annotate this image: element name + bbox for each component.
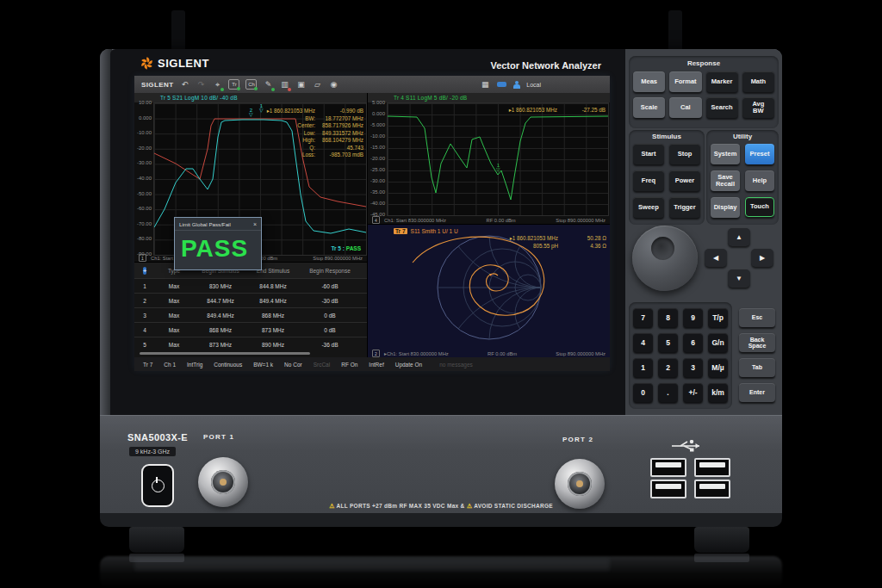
message-area: no messages bbox=[439, 362, 473, 368]
hw-button[interactable]: Save Recall bbox=[711, 170, 740, 191]
table-row[interactable]: 1Max830 MHz844.8 MHz-60 dB bbox=[134, 278, 367, 293]
hw-button[interactable]: Search bbox=[706, 97, 738, 118]
keypad-key[interactable]: +/- bbox=[683, 383, 703, 402]
status-item[interactable]: IntTrig bbox=[187, 362, 202, 368]
undo-icon[interactable]: ↶ bbox=[179, 79, 189, 90]
rotary-knob[interactable] bbox=[632, 226, 698, 291]
open-file-icon[interactable]: ▱ bbox=[312, 79, 322, 90]
keypad-key[interactable]: Esc bbox=[739, 308, 775, 327]
arrow-left-button[interactable]: ◀ bbox=[705, 249, 727, 267]
keypad-key[interactable]: 8 bbox=[658, 308, 678, 327]
hw-button[interactable]: Avg BW bbox=[742, 97, 774, 118]
calibration-pen-icon[interactable]: ✎ bbox=[263, 79, 273, 90]
usb-icon bbox=[668, 440, 705, 452]
status-item[interactable]: Continuous bbox=[214, 362, 242, 368]
stop-frequency-label[interactable]: Stop 890.000000 MHz bbox=[556, 218, 606, 223]
keypad-key[interactable]: 1 bbox=[633, 358, 653, 377]
status-item[interactable]: Update On bbox=[395, 362, 422, 368]
display-setup-icon[interactable]: ▦ bbox=[480, 79, 490, 90]
arrow-right-button[interactable]: ▶ bbox=[751, 249, 773, 267]
hw-button[interactable]: System bbox=[711, 144, 740, 164]
arrow-down-button[interactable]: ▼ bbox=[728, 269, 750, 288]
marker-1[interactable]: 1▽ bbox=[496, 164, 500, 172]
keypad-key[interactable]: . bbox=[658, 383, 678, 402]
keypad-key[interactable]: 5 bbox=[658, 333, 678, 352]
delete-trash-icon[interactable]: ▥ bbox=[279, 79, 289, 90]
keypad-key[interactable]: 4 bbox=[633, 333, 653, 352]
s11-chart-pane[interactable]: Tr 4 S11 LogM 5 dB/ -20 dB 5.0000.000-5.… bbox=[368, 93, 610, 224]
marker-1[interactable]: 1▽ bbox=[259, 104, 264, 113]
hw-button[interactable]: Power bbox=[669, 170, 700, 191]
status-item[interactable]: SrcCal bbox=[314, 362, 331, 368]
y-axis-label: -40.00 bbox=[370, 201, 385, 206]
table-row[interactable]: 4Max868 MHz873 MHz0 dB bbox=[134, 322, 367, 337]
close-icon[interactable]: × bbox=[253, 221, 257, 227]
local-mode-label[interactable]: Local bbox=[526, 82, 541, 88]
keypad-key[interactable]: 9 bbox=[683, 308, 703, 327]
hw-button[interactable]: Sweep bbox=[633, 197, 664, 218]
keypad-key[interactable]: 2 bbox=[658, 358, 678, 377]
keypad-key[interactable]: 7 bbox=[633, 308, 653, 327]
hw-button[interactable]: Format bbox=[669, 71, 701, 92]
marker-2[interactable]: 2▽ bbox=[249, 108, 253, 117]
arrow-up-button[interactable]: ▲ bbox=[728, 228, 750, 246]
touchscreen[interactable]: SIGLENT ↶ ↷ ⌖ Tr Ch ✎ ▥ ▣ ▱ ◉ ▦ Local bbox=[134, 76, 610, 370]
s21-trace-header[interactable]: Tr 5 S21 LogM 10 dB/ -40 dB bbox=[134, 93, 367, 102]
power-button[interactable] bbox=[141, 464, 174, 507]
keypad-key[interactable]: T/p bbox=[708, 308, 728, 327]
hw-button[interactable]: Scale bbox=[633, 97, 665, 118]
keypad-key[interactable]: Tab bbox=[739, 358, 775, 377]
smith-marker-readout: ▸1 860.821053 MHz50.28 Ω 805.55 pH4.36 Ω bbox=[510, 235, 606, 249]
stop-frequency-label[interactable]: Stop 890.000000 MHz bbox=[556, 351, 606, 356]
save-icon[interactable]: ▣ bbox=[295, 79, 306, 90]
keypad-key[interactable]: G/n bbox=[708, 333, 728, 352]
hw-button[interactable]: Marker bbox=[706, 71, 738, 92]
status-item[interactable]: Tr 7 bbox=[143, 362, 152, 368]
table-row[interactable]: 2Max844.7 MHz849.4 MHz-30 dB bbox=[134, 293, 367, 307]
s21-limit-result: Tr 5 : PASS bbox=[331, 245, 361, 251]
rf-power-label[interactable]: RF 0.00 dBm bbox=[488, 351, 517, 356]
keypad-key[interactable]: k/m bbox=[708, 383, 728, 402]
hw-button[interactable]: Start bbox=[633, 144, 664, 164]
hw-button[interactable]: Help bbox=[745, 170, 774, 191]
status-item[interactable]: No Cor bbox=[284, 362, 302, 368]
rf-power-label[interactable]: RF 0.00 dBm bbox=[487, 218, 516, 223]
hw-button[interactable]: Touch bbox=[745, 197, 774, 217]
start-frequency-label[interactable]: ▸Ch1: Start 830.000000 MHz bbox=[384, 351, 449, 356]
keypad-key[interactable]: 6 bbox=[683, 333, 703, 352]
hw-button[interactable]: Freq bbox=[633, 170, 664, 191]
channel-icon[interactable]: Ch bbox=[245, 79, 257, 90]
keypad-key[interactable]: 0 bbox=[633, 383, 653, 402]
keypad-key[interactable]: Back Space bbox=[739, 333, 775, 352]
screenshot-camera-icon[interactable]: ◉ bbox=[328, 79, 339, 90]
hw-button[interactable]: Stop bbox=[669, 144, 700, 164]
table-row[interactable]: 3Max849.4 MHz868 MHz0 dB bbox=[134, 307, 367, 322]
start-frequency-label[interactable]: Ch1: Start 830.000000 MHz bbox=[384, 218, 446, 223]
y-axis-label: -40.00 bbox=[137, 176, 152, 181]
keypad-key[interactable]: M/µ bbox=[708, 358, 728, 377]
status-item[interactable]: Ch 1 bbox=[164, 362, 176, 368]
keypad-key[interactable]: Enter bbox=[739, 383, 775, 402]
limit-table[interactable]: + Type Begin Stimulus End Stimulus Begin… bbox=[134, 262, 367, 357]
hw-button[interactable]: Math bbox=[742, 71, 774, 92]
smith-marker-1[interactable]: ▾ bbox=[489, 273, 492, 277]
hw-button[interactable]: Display bbox=[711, 197, 740, 218]
table-row[interactable]: 5Max873 MHz890 MHz-36 dB bbox=[134, 337, 367, 351]
hw-button[interactable]: Preset bbox=[745, 144, 774, 164]
keypad-key[interactable]: 3 bbox=[683, 358, 703, 377]
hw-button[interactable]: Cal bbox=[669, 97, 701, 118]
stop-frequency-label[interactable]: Stop 890.000000 MHz bbox=[313, 256, 363, 261]
trace-icon[interactable]: Tr bbox=[228, 79, 239, 90]
table-horizontal-scrollbar[interactable] bbox=[140, 352, 310, 355]
smith-chart-pane[interactable]: Tr 7 S11 Smith 1 U/ 1 U ▸1 860.821053 MH… bbox=[368, 224, 610, 357]
smith-trace-header[interactable]: Tr 7 S11 Smith 1 U/ 1 U bbox=[394, 228, 458, 234]
status-item[interactable]: IntRef bbox=[369, 362, 383, 368]
s11-trace-header[interactable]: Tr 4 S11 LogM 5 dB/ -20 dB bbox=[368, 93, 610, 102]
hw-button[interactable]: Meas bbox=[633, 71, 665, 92]
status-item[interactable]: RF On bbox=[341, 362, 357, 368]
limit-passfail-dialog[interactable]: Limit Global Pass/Fail × PASS bbox=[174, 217, 262, 270]
marker-search-icon[interactable]: ⌖ bbox=[212, 79, 222, 90]
hw-button[interactable]: Trigger bbox=[669, 197, 700, 218]
add-limit-button[interactable]: + bbox=[143, 267, 147, 275]
status-item[interactable]: BW=1 k bbox=[253, 362, 273, 368]
